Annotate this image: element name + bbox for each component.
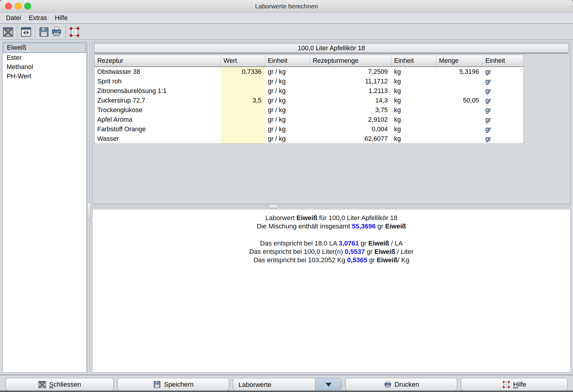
cell-einheit: gr / kg: [265, 86, 310, 96]
toolbar-save-button[interactable]: [38, 26, 50, 38]
column-header-wert[interactable]: Wert: [221, 55, 265, 66]
cell-rezepturmenge: 2,9102: [310, 115, 391, 124]
recipe-table: Rezeptur Wert Einheit Rezepturmenge Einh…: [94, 55, 524, 144]
combobox-arrow-button[interactable]: [315, 378, 341, 391]
schliessen-button[interactable]: Schliessen: [5, 378, 114, 391]
column-header-rezepturmenge[interactable]: Rezepturmenge: [310, 55, 391, 66]
cell-wert-input[interactable]: [221, 86, 265, 96]
cell-menge: [436, 115, 483, 124]
cell-menge: [436, 134, 483, 144]
results-spacer: [92, 231, 570, 239]
menu-hilfe[interactable]: Hilfe: [51, 12, 72, 24]
toolbar-grid-button[interactable]: [68, 26, 81, 38]
application-window: Laborwerte berechnen Datei Extras Hilfe …: [0, 0, 573, 392]
cell-rezepturmenge: 11,1712: [310, 77, 391, 86]
cell-wert-input[interactable]: [221, 77, 265, 86]
column-header-rezeptur[interactable]: Rezeptur: [95, 55, 221, 66]
cell-rezepturmenge: 14,3: [310, 96, 391, 105]
window-title: Laborwerte berechnen: [0, 0, 573, 13]
cell-rezeptur: Zuckersirup 72,7: [95, 96, 221, 105]
table-row[interactable]: Trockenglukose gr / kg 3,75 kg gr: [95, 105, 523, 115]
close-window-icon: [2, 26, 14, 38]
vertical-splitter-handle[interactable]: [87, 202, 91, 220]
cell-wert-input[interactable]: [221, 115, 265, 124]
cell-wert-input[interactable]: [221, 124, 265, 134]
table-row[interactable]: Zuckersirup 72,7 3,5 gr / kg 14,3 kg 50,…: [95, 96, 523, 105]
cell-rezeptur: Farbstoff Orange: [95, 124, 221, 134]
hilfe-button[interactable]: Hilfe: [461, 378, 568, 391]
cell-einheit: gr / kg: [265, 77, 310, 86]
table-row[interactable]: Sprit roh gr / kg 11,1712 kg gr: [95, 77, 523, 86]
table-row[interactable]: Apfel Aroma gr / kg 2,9102 kg gr: [95, 115, 523, 124]
toolbar-close-window-button[interactable]: [2, 26, 14, 38]
cell-wert-input[interactable]: [221, 134, 265, 144]
cell-einheit: gr: [483, 124, 523, 134]
close-window-icon: [38, 380, 46, 389]
toolbar-print-button[interactable]: [50, 26, 63, 38]
column-header-menge[interactable]: Menge: [436, 55, 483, 66]
recipe-header: 100,0 Liter Apfellikör 18: [94, 44, 569, 54]
menu-extras[interactable]: Extras: [25, 12, 51, 24]
horizontal-splitter[interactable]: [92, 204, 571, 209]
cell-wert-input[interactable]: 0,7336: [221, 67, 265, 77]
cell-rezeptur: Apfel Aroma: [95, 115, 221, 124]
table-row[interactable]: Obstwasser 38 0,7336 gr / kg 7,2509 kg 5…: [95, 67, 523, 77]
schliessen-label: Schliessen: [49, 381, 81, 388]
table-row[interactable]: Wasser gr / kg 62,6077 kg gr: [95, 134, 523, 144]
cell-menge: 5,3196: [436, 67, 483, 77]
grid-red-icon: [502, 380, 510, 389]
cell-rezeptur: Sprit roh: [95, 77, 221, 86]
results-line-1: Laborwert Eiweiß für 100,0 Liter Apfelli…: [92, 214, 570, 222]
cell-rezeptur: Trockenglukose: [95, 105, 221, 115]
speichern-button[interactable]: Speichern: [117, 378, 229, 391]
cell-menge: [436, 105, 483, 115]
cell-rezepturmenge: 1,2113: [310, 86, 391, 96]
results-line-2: Die Mischung enthält insgesamt 55,3696 g…: [92, 222, 570, 231]
sidebar-item-eiweiss[interactable]: Eiweiß: [3, 42, 86, 53]
cell-einheit: kg: [391, 105, 436, 115]
cell-rezeptur: Wasser: [95, 134, 221, 144]
cell-einheit: gr / kg: [265, 115, 310, 124]
table-row[interactable]: Farbstoff Orange gr / kg 0,004 kg gr: [95, 124, 523, 134]
cell-wert-input[interactable]: 3,5: [221, 96, 265, 105]
cell-einheit: kg: [391, 67, 436, 77]
save-icon: [153, 380, 161, 389]
horizontal-splitter-handle[interactable]: [269, 205, 278, 208]
cell-menge: [436, 124, 483, 134]
sidebar-item-ph-wert[interactable]: PH-Wert: [3, 72, 86, 81]
table-row[interactable]: Zitronensäurelösung 1:1 gr / kg 1,2113 k…: [95, 86, 523, 96]
cell-einheit: kg: [391, 96, 436, 105]
column-header-einheit-2[interactable]: Einheit: [391, 55, 436, 66]
cell-einheit: gr: [483, 67, 523, 77]
cell-rezeptur: Zitronensäurelösung 1:1: [95, 86, 221, 96]
vertical-splitter[interactable]: [86, 42, 92, 373]
print-icon: [384, 380, 392, 389]
toggle-panel-icon: [20, 26, 32, 38]
cell-rezepturmenge: 0,004: [310, 124, 391, 134]
cell-einheit: gr: [483, 86, 523, 96]
grid-red-icon: [69, 26, 80, 38]
cell-menge: 50,05: [436, 96, 483, 105]
drucken-button[interactable]: Drucken: [345, 378, 457, 391]
drucken-label: Drucken: [395, 381, 419, 388]
column-header-einheit-1[interactable]: Einheit: [265, 55, 310, 66]
cell-einheit: kg: [391, 115, 436, 124]
sidebar-item-ester[interactable]: Ester: [3, 53, 86, 62]
sidebar-item-methanol[interactable]: Methanol: [3, 62, 86, 72]
toolbar-toggle-panel-button[interactable]: [20, 26, 32, 38]
combobox-value: Laborwerte: [238, 378, 271, 391]
cell-wert-input[interactable]: [221, 105, 265, 115]
column-header-einheit-3[interactable]: Einheit: [483, 55, 523, 66]
toolbar-separator: [35, 26, 35, 38]
recipe-panel: 100,0 Liter Apfellikör 18 Rezeptur Wert …: [92, 42, 571, 204]
cell-einheit: gr / kg: [265, 67, 310, 77]
cell-einheit: gr: [483, 134, 523, 144]
cell-rezepturmenge: 7,2509: [310, 67, 391, 77]
cell-einheit: gr / kg: [265, 134, 310, 144]
cell-einheit: kg: [391, 134, 436, 144]
cell-einheit: gr: [483, 105, 523, 115]
hilfe-label: Hilfe: [513, 381, 526, 388]
laborwerte-combobox[interactable]: Laborwerte: [233, 378, 342, 391]
results-line-5: Das entspricht bei 103,2052 Kg 0,5365 gr…: [92, 256, 570, 264]
menu-datei[interactable]: Datei: [6, 12, 25, 24]
